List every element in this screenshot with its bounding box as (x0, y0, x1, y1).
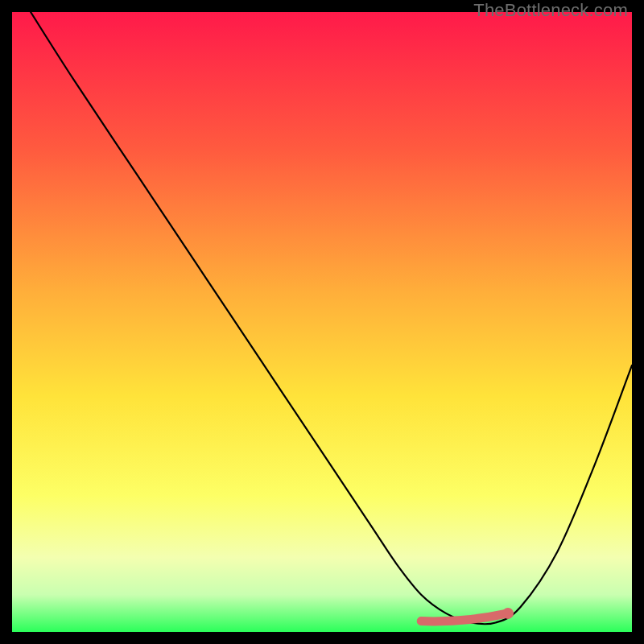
watermark-text: TheBottleneck.com (473, 0, 628, 21)
gradient-background (12, 12, 632, 632)
chart-frame: TheBottleneck.com (0, 0, 644, 644)
bottleneck-chart (12, 12, 632, 632)
optimal-range-endpoint (502, 608, 514, 619)
